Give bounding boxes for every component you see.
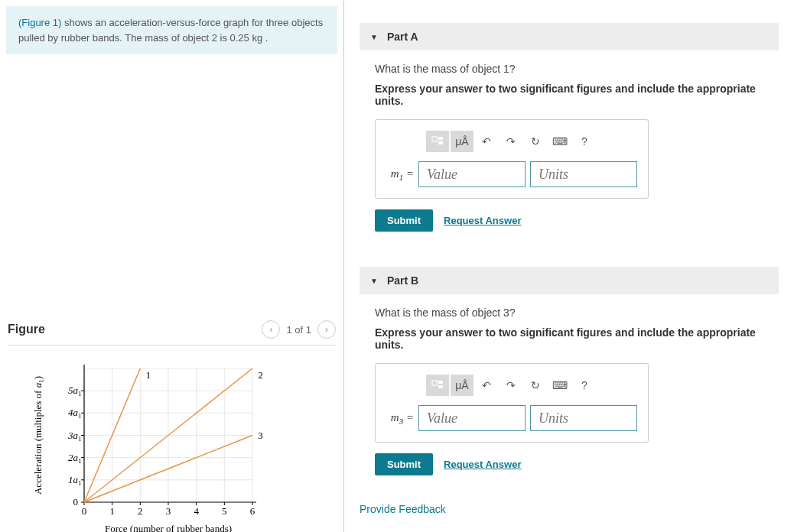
svg-rect-57 <box>438 381 443 384</box>
problem-prompt: (Figure 1) shows an acceleration-versus-… <box>6 6 337 54</box>
part-a-title: Part A <box>387 31 418 43</box>
svg-rect-54 <box>438 137 443 140</box>
part-a-variable-label: m1 = <box>386 167 414 182</box>
part-b-input-row: m3 = <box>386 405 637 431</box>
redo-icon[interactable]: ↷ <box>500 131 522 152</box>
part-b-request-answer-link[interactable]: Request Answer <box>444 459 521 470</box>
part-a-instruction: Express your answer to two significant f… <box>375 83 763 107</box>
part-a-toolbar: μÅ ↶ ↷ ↻ ⌨ ? <box>426 131 637 152</box>
keyboard-icon[interactable]: ⌨ <box>548 375 571 396</box>
part-b-question: What is the mass of object 3? <box>375 307 763 319</box>
part-b-variable-label: m3 = <box>386 411 414 426</box>
part-a-body: What is the mass of object 1? Express yo… <box>360 50 779 244</box>
part-a-question: What is the mass of object 1? <box>375 63 763 75</box>
svg-text:4a: 4a <box>68 407 79 418</box>
part-b-submit-button[interactable]: Submit <box>375 453 433 475</box>
svg-text:1: 1 <box>78 390 82 397</box>
reset-icon[interactable]: ↻ <box>524 131 547 152</box>
undo-icon[interactable]: ↶ <box>475 375 498 396</box>
part-b-actions: Submit Request Answer <box>375 453 763 475</box>
figure-link[interactable]: (Figure 1) <box>18 17 61 28</box>
figure-prev-button[interactable]: ‹ <box>262 320 280 339</box>
part-b-value-input[interactable] <box>418 405 526 431</box>
svg-text:2a: 2a <box>68 452 79 463</box>
part-b-body: What is the mass of object 3? Express yo… <box>360 294 779 488</box>
figure-next-button[interactable]: › <box>317 320 336 339</box>
svg-text:5: 5 <box>222 505 227 517</box>
svg-text:1: 1 <box>78 479 82 487</box>
svg-text:Acceleration (multiples of a1): Acceleration (multiples of a1) <box>32 376 45 495</box>
part-a-units-input[interactable] <box>530 161 637 187</box>
templates-icon[interactable] <box>426 375 449 396</box>
svg-text:Force (number of rubber bands): Force (number of rubber bands) <box>105 523 232 532</box>
undo-icon[interactable]: ↶ <box>475 131 498 152</box>
part-a-input-row: m1 = <box>386 161 637 187</box>
svg-text:3a: 3a <box>67 430 79 441</box>
help-icon[interactable]: ? <box>573 375 596 396</box>
figure-nav: ‹ 1 of 1 › <box>262 320 336 339</box>
left-pane: (Figure 1) shows an acceleration-versus-… <box>0 0 344 532</box>
part-a-actions: Submit Request Answer <box>375 209 763 232</box>
caret-down-icon: ▼ <box>370 277 378 285</box>
prompt-text: shows an acceleration-versus-force graph… <box>18 17 323 44</box>
svg-text:1: 1 <box>78 412 82 420</box>
svg-text:4: 4 <box>194 505 199 517</box>
part-a-section: ▼ Part A What is the mass of object 1? E… <box>360 23 779 244</box>
figure-section: Figure ‹ 1 of 1 › 012345601a12a13a14a15a… <box>0 314 343 532</box>
keyboard-icon[interactable]: ⌨ <box>548 131 571 152</box>
provide-feedback-link[interactable]: Provide Feedback <box>360 503 446 515</box>
svg-text:1: 1 <box>78 435 82 443</box>
part-b-section: ▼ Part B What is the mass of object 3? E… <box>360 267 779 488</box>
svg-rect-55 <box>438 141 443 144</box>
reset-icon[interactable]: ↻ <box>524 375 547 396</box>
acceleration-force-chart: 012345601a12a13a14a15a1123Force (number … <box>31 361 275 532</box>
svg-text:2: 2 <box>258 369 263 381</box>
svg-text:3: 3 <box>166 505 171 517</box>
svg-text:2: 2 <box>138 505 143 517</box>
svg-text:1: 1 <box>109 505 115 517</box>
svg-text:3: 3 <box>258 430 263 441</box>
part-a-submit-button[interactable]: Submit <box>375 209 433 232</box>
figure-body: 012345601a12a13a14a15a1123Force (number … <box>8 345 336 532</box>
units-icon[interactable]: μÅ <box>451 131 473 152</box>
svg-text:0: 0 <box>82 505 87 517</box>
svg-rect-58 <box>438 385 443 388</box>
part-b-toolbar: μÅ ↶ ↷ ↻ ⌨ ? <box>426 375 637 396</box>
part-a-value-input[interactable] <box>418 161 526 187</box>
svg-text:6: 6 <box>250 505 255 517</box>
part-b-title: Part B <box>387 274 418 287</box>
part-a-request-answer-link[interactable]: Request Answer <box>444 215 521 226</box>
templates-icon[interactable] <box>426 131 449 152</box>
help-icon[interactable]: ? <box>573 131 596 152</box>
svg-rect-53 <box>432 137 437 141</box>
svg-text:1a: 1a <box>68 474 79 485</box>
units-icon[interactable]: μÅ <box>451 375 473 396</box>
figure-header: Figure ‹ 1 of 1 › <box>8 314 336 345</box>
caret-down-icon: ▼ <box>370 33 378 41</box>
part-b-answer-box: μÅ ↶ ↷ ↻ ⌨ ? m3 = <box>375 363 649 443</box>
part-a-answer-box: μÅ ↶ ↷ ↻ ⌨ ? m1 = <box>375 119 649 199</box>
redo-icon[interactable]: ↷ <box>500 375 522 396</box>
svg-text:1: 1 <box>146 369 151 381</box>
part-b-header[interactable]: ▼ Part B <box>360 267 779 294</box>
part-b-instruction: Express your answer to two significant f… <box>375 326 763 351</box>
svg-text:5a: 5a <box>68 384 79 396</box>
svg-text:1: 1 <box>78 457 82 465</box>
figure-title: Figure <box>8 323 45 336</box>
svg-text:0: 0 <box>73 496 79 508</box>
right-pane: ▼ Part A What is the mass of object 1? E… <box>344 0 794 532</box>
figure-nav-text: 1 of 1 <box>286 324 311 336</box>
part-b-units-input[interactable] <box>530 405 637 431</box>
part-a-header[interactable]: ▼ Part A <box>360 23 779 50</box>
svg-rect-56 <box>432 381 437 385</box>
